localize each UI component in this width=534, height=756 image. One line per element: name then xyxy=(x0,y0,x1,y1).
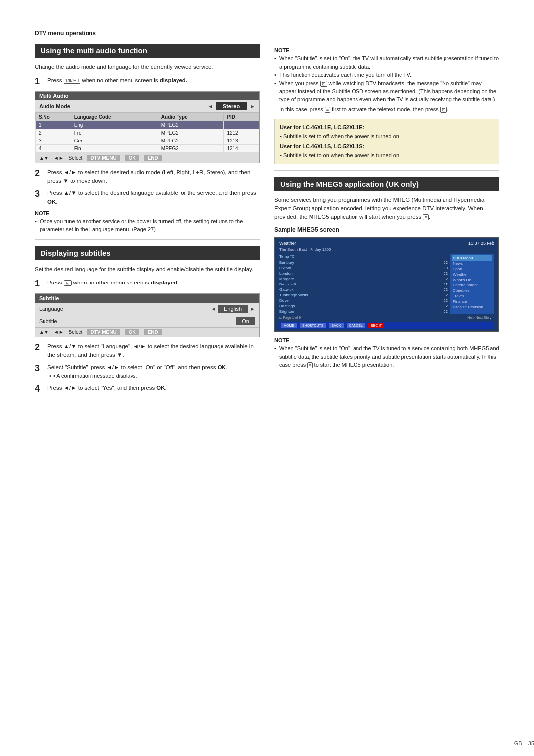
step-1-sub: 1 Press ⊡ when no other menu screen is d… xyxy=(35,279,260,289)
cell-type: MPEG2 xyxy=(158,144,224,152)
nav-lr: ◄► xyxy=(54,155,64,161)
step-2-text: Press ◄/► to select the desired audio mo… xyxy=(47,168,260,186)
left-column: Using the multi audio function Change th… xyxy=(35,44,260,399)
note-right-item-1: When "Subtitle" is set to "On", the TV w… xyxy=(274,54,499,71)
multi-audio-title: Multi Audio xyxy=(35,92,259,100)
mheg-menu-item: BBCi Menu xyxy=(452,255,492,261)
audio-bottom-bar: ▲▼ ◄► Select DTV MENU OK END xyxy=(35,153,259,163)
cell-pid: 1213 xyxy=(224,137,259,144)
note-right-top: NOTE When "Subtitle" is set to "On", the… xyxy=(274,47,499,114)
mheg-city-row: Dover12 xyxy=(279,298,448,303)
mheg-btn-cancel[interactable]: CANCEL xyxy=(347,323,365,328)
step-4-sub: 4 Press ◄/► to select "Yes", and then pr… xyxy=(35,384,260,395)
section-subtitles-intro: Set the desired language for the subtitl… xyxy=(35,265,260,274)
btn-end[interactable]: END xyxy=(144,155,162,161)
mheg-btn-home[interactable]: HOME xyxy=(281,323,297,328)
cell-lang: Fin xyxy=(71,144,158,152)
section-mheg: Using the MHEG5 application (UK only) So… xyxy=(274,177,499,369)
mheg-top-bar: Weather 11:37 25 Feb xyxy=(279,241,494,246)
mheg-channel: Weather xyxy=(279,241,296,246)
mheg-menu-item: Entertainment xyxy=(452,283,492,288)
step-1-multi: 1 Press 1/II/I+II when no other menu scr… xyxy=(35,76,260,87)
note-mheg-list: When "Subtitle" is set to "On", and the … xyxy=(274,344,499,369)
mheg-city-row: London12 xyxy=(279,271,448,276)
note-multi-title: NOTE xyxy=(35,210,260,216)
note-multi-list: Once you tune to another service or the … xyxy=(35,217,260,234)
step-3-text: Press ▲/▼ to select the desired language… xyxy=(47,189,260,206)
cell-sno: 3 xyxy=(36,137,71,144)
note-mheg: NOTE When "Subtitle" is set to "On", and… xyxy=(274,337,499,369)
mheg-page-info: s: Page 1 of 9 xyxy=(279,316,301,319)
mheg-subtitle-line: The South East - Friday 1200 xyxy=(279,247,494,252)
subtitle-row: Subtitle On xyxy=(35,315,259,327)
mheg-btn-back[interactable]: BACK xyxy=(329,323,343,328)
mheg-sample-screen: Weather 11:37 25 Feb The South East - Fr… xyxy=(274,237,499,332)
btn-ok[interactable]: OK xyxy=(125,155,139,161)
section-multi-audio-title: Using the multi audio function xyxy=(35,44,260,58)
language-value: English xyxy=(218,305,248,313)
col-sno: S.No xyxy=(36,113,71,121)
note-right-list: When "Subtitle" is set to "On", the TV w… xyxy=(274,54,499,103)
sub-btn-dtv[interactable]: DTV MENU xyxy=(87,329,120,335)
mheg-menu-item: Travel xyxy=(452,293,492,299)
audio-mode-value: Stereo xyxy=(216,102,247,110)
audio-mode-row: Audio Mode ◄ Stereo ► xyxy=(35,100,259,113)
subtitle-label: Subtitle xyxy=(39,318,236,324)
col-lang: Language Code xyxy=(71,113,158,121)
sub-btn-ok[interactable]: OK xyxy=(125,329,139,335)
note-mheg-item-1: When "Subtitle" is set to "On", and the … xyxy=(274,344,499,369)
step-2-sub-num: 2 xyxy=(35,342,44,353)
mheg-btn-shortcuts[interactable]: SHORTCUTS xyxy=(300,323,326,328)
mheg-left-panel: Temp °C Banbury12 Oxford13 London12 Marg… xyxy=(279,254,448,314)
audio-mode-label: Audio Mode xyxy=(39,103,208,109)
step-2-sub: 2 Press ▲/▼ to select "Language", ◄/► to… xyxy=(35,342,260,360)
step-3-num: 3 xyxy=(35,189,44,200)
cell-lang: Ger xyxy=(71,137,158,144)
mheg-page-nav: s: Page 1 of 9 Help Next Story » xyxy=(279,316,494,319)
section-subtitles-title: Displaying subtitles xyxy=(35,246,260,260)
info-lc46s-text: • Subtitle is set to on when the power i… xyxy=(280,151,494,160)
cell-type: MPEG2 xyxy=(158,121,224,129)
page-header: DTV menu operations xyxy=(35,30,499,37)
sub-nav-lr: ◄► xyxy=(54,330,64,335)
step-3-multi: 3 Press ▲/▼ to select the desired langua… xyxy=(35,189,260,206)
mheg-city-row: Bracknell12 xyxy=(279,282,448,287)
info-lc46e-title: User for LC-46XL1E, LC-52XL1E: xyxy=(280,123,494,132)
section-mheg-intro: Some services bring you programmes with … xyxy=(274,196,499,222)
page-number: GB – 35 xyxy=(514,740,534,746)
btn-dtv-menu[interactable]: DTV MENU xyxy=(87,155,120,161)
cell-pid: 1212 xyxy=(224,129,259,137)
col-type: Audio Type xyxy=(158,113,224,121)
note-extra-text: In this case, press ≡ first to activate … xyxy=(274,105,499,114)
mheg-bottom-bar: HOME SHORTCUTS BACK CANCEL BBC iT xyxy=(279,322,494,329)
mheg-datetime: 11:37 25 Feb xyxy=(468,241,494,246)
multi-audio-ui-box: Multi Audio Audio Mode ◄ Stereo ► S.No L… xyxy=(35,91,260,163)
mheg-city-row: Margate12 xyxy=(279,276,448,282)
section-subtitles: Displaying subtitles Set the desired lan… xyxy=(35,246,260,395)
mheg-city-row: Brighton12 xyxy=(279,309,448,314)
section-mheg-title: Using the MHEG5 application (UK only) xyxy=(274,177,499,191)
note-right-item-2: This function deactivates each time you … xyxy=(274,71,499,79)
right-column: NOTE When "Subtitle" is set to "On", the… xyxy=(274,44,499,399)
mheg-temp-header: Temp °C xyxy=(279,254,448,259)
mheg-content: Temp °C Banbury12 Oxford13 London12 Marg… xyxy=(279,254,494,314)
mheg-menu-item: Weather xyxy=(452,272,492,277)
mheg-city-row: Banbury12 xyxy=(279,260,448,265)
sub-btn-end[interactable]: END xyxy=(144,329,162,335)
language-label: Language xyxy=(39,306,211,312)
mheg-btn-bbcit[interactable]: BBC iT xyxy=(368,323,384,328)
subtitle-box-title: Subtitle xyxy=(35,294,259,303)
info-lc46s-title: User for LC-46XL1S, LC-52XL1S: xyxy=(280,142,494,151)
mheg-next-story: Help Next Story » xyxy=(467,316,494,319)
step-4-sub-num: 4 xyxy=(35,384,44,395)
mheg-menu-item: What's On xyxy=(452,277,492,283)
cell-type: MPEG2 xyxy=(158,137,224,144)
lang-left-arrow: ◄ xyxy=(211,306,216,312)
table-row: 4 Fin MPEG2 1214 xyxy=(36,144,259,152)
subtitle-ui-box: Subtitle Language ◄ English ► Subtitle O… xyxy=(35,293,260,337)
cell-sno: 4 xyxy=(36,144,71,152)
note-right-item-3: When you press ⊡ while watching DTV broa… xyxy=(274,79,499,104)
header-label: DTV menu operations xyxy=(35,30,96,37)
mheg-city-row: Tunbridge Wells12 xyxy=(279,292,448,298)
language-row: Language ◄ English ► xyxy=(35,303,259,315)
